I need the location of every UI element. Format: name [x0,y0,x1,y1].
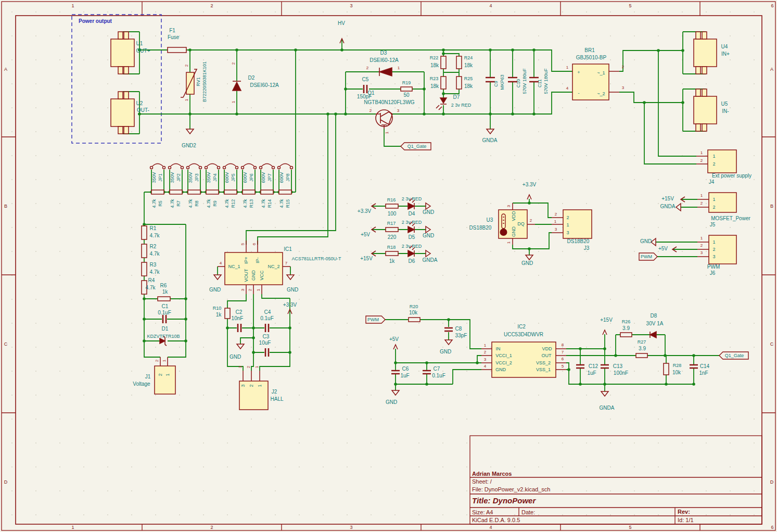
value-F1[interactable]: Fuse [168,35,179,40]
net-label-q1-gate[interactable]: Q1_Gate [407,144,427,149]
value-JP8[interactable]: 600V [279,172,284,183]
value-D6[interactable]: 2 3v RED [402,244,422,249]
ref-J1[interactable]: J1 [145,374,151,379]
ref-JP7[interactable]: JP7 [268,173,272,182]
ref-U5[interactable]: U5 [721,102,728,107]
ref-U4[interactable]: U4 [721,44,728,49]
ref-R22[interactable]: R22 [430,56,439,60]
power-label-gnd-c8[interactable]: GND [440,349,451,354]
value-C8[interactable]: 33pF [455,333,467,338]
value-R2[interactable]: 4.7k [150,251,160,257]
value-R5[interactable]: 4.7k [152,199,157,208]
value-R26[interactable]: 3.9 [622,326,630,331]
value-BR1[interactable]: GBJ5010-BP [576,55,606,60]
ref-IC2[interactable]: IC2 [517,324,526,330]
ref-R1[interactable]: R1 [150,226,157,231]
ref-C7[interactable]: C7 [434,366,440,372]
power-label-15v-j5[interactable]: +15V [661,196,674,201]
ref-D3[interactable]: D3 [380,50,387,56]
value-J3[interactable]: DS18B20 [567,239,590,244]
ref-R16[interactable]: R16 [387,198,396,202]
power-label-gnd-ic1-right[interactable]: GND [287,287,298,293]
ref-JP8[interactable]: JP8 [286,173,290,182]
ref-Q1[interactable]: Q1 [367,91,374,96]
ref-C14[interactable]: C14 [700,364,709,369]
ref-R2[interactable]: R2 [150,244,157,249]
ref-R10[interactable]: R10 [213,306,222,311]
value-C9[interactable]: MKP63 [500,74,505,90]
value-R1[interactable]: 4.7k [150,233,160,238]
ref-JP6[interactable]: JP6 [249,173,254,182]
ref-C9[interactable]: C9 [494,81,499,87]
ref-J2[interactable]: J2 [272,389,277,395]
net-label-q1-gate-right[interactable]: Q1_Gate [725,353,744,358]
ref-C10[interactable]: C10 [516,79,521,88]
value-JP3[interactable]: 350V [188,172,193,183]
ref-U1[interactable]: U1 [136,41,143,46]
value-D5[interactable]: 2 3v RED [402,220,422,225]
ref-R9[interactable]: R9 [213,200,218,207]
value-U4[interactable]: IN+ [721,52,730,57]
schematic-canvas[interactable]: Power outputU1OUT+U2OUT-F1FuseRV1B72220S… [0,0,777,532]
value-R25[interactable]: 18k [464,84,473,89]
ref-R4[interactable]: R4 [148,278,155,283]
ref-RV1[interactable]: RV1 [196,77,201,86]
value-D2[interactable]: DSEI60-12A [250,83,279,88]
value-R10[interactable]: 1k [216,312,222,318]
value-C11[interactable]: 570V 180uF [544,68,549,94]
value-U5[interactable]: IN- [722,109,729,114]
ref-D1[interactable]: D1 [162,326,169,332]
value-R3[interactable]: 4.7k [150,270,160,275]
ref-D2[interactable]: D2 [248,75,255,81]
value-U1[interactable]: OUT+ [136,48,150,54]
ref-BR1[interactable]: BR1 [584,48,594,53]
value-JP2[interactable]: 350V [170,172,175,183]
ref-C3[interactable]: C3 [263,334,270,339]
ref-R26[interactable]: R26 [622,320,631,324]
value-IC2[interactable]: UCC53D4DWVR [504,332,543,337]
value-R18[interactable]: 1k [389,259,395,264]
ref-C1[interactable]: C1 [162,304,169,309]
value-R14[interactable]: 4.7k [261,199,266,208]
value-JP4[interactable]: 350V [207,172,211,183]
value-C14[interactable]: 1nF [699,371,708,376]
ref-R12[interactable]: R12 [231,199,236,208]
power-label-gnd-ic1-left[interactable]: GND [209,287,221,293]
power-label-3v3-u3[interactable]: +3.3V [523,182,536,187]
ref-R27[interactable]: R27 [638,340,646,345]
ref-IC1[interactable]: IC1 [284,247,292,252]
value-Q1[interactable]: NGTB40N120FL3WG [364,100,414,105]
value-C4[interactable]: 0.1uF [260,316,274,321]
ref-R6[interactable]: R6 [160,283,167,288]
ref-J3[interactable]: J3 [584,246,590,251]
ref-C4[interactable]: C4 [264,310,271,315]
ref-JP2[interactable]: JP2 [176,173,181,182]
value-IC1[interactable]: ACS781LLRTR-050U-T [292,257,341,261]
value-R20[interactable]: 10k [409,310,417,315]
power-label-hv[interactable]: HV [338,21,345,26]
wires[interactable] [123,32,719,391]
ref-R3[interactable]: R3 [150,262,157,268]
value-JP7[interactable]: 600V [261,172,266,183]
ref-R8[interactable]: R8 [195,200,199,207]
value-R22[interactable]: 18k [430,63,439,68]
power-label-15v-row3[interactable]: +15V [360,256,373,261]
ref-J6[interactable]: J6 [710,271,716,276]
ref-R15[interactable]: R15 [286,199,290,208]
global-label-tags[interactable] [366,143,748,359]
ref-D7[interactable]: D7 [453,95,460,100]
ref-D8[interactable]: D8 [651,313,657,319]
power-label-5v-j6[interactable]: +5V [658,246,668,251]
value-J1[interactable]: Voltage [133,382,150,387]
ref-R5[interactable]: R5 [158,200,163,207]
value-C13[interactable]: 100nF [614,371,628,376]
power-label-gnda-row3[interactable]: GNDA [423,258,438,263]
ref-C13[interactable]: C13 [613,364,622,369]
ref-R28[interactable]: R28 [673,363,682,368]
sheet-annotation-power-output[interactable]: Power output [79,19,112,24]
power-label-gnda-ic2[interactable]: GNDA [600,406,615,411]
value-JP5[interactable]: 600V [225,172,230,183]
ref-R14[interactable]: R14 [268,199,272,208]
value-C7[interactable]: 0.1uF [432,373,445,378]
ref-C8[interactable]: C8 [455,326,462,332]
